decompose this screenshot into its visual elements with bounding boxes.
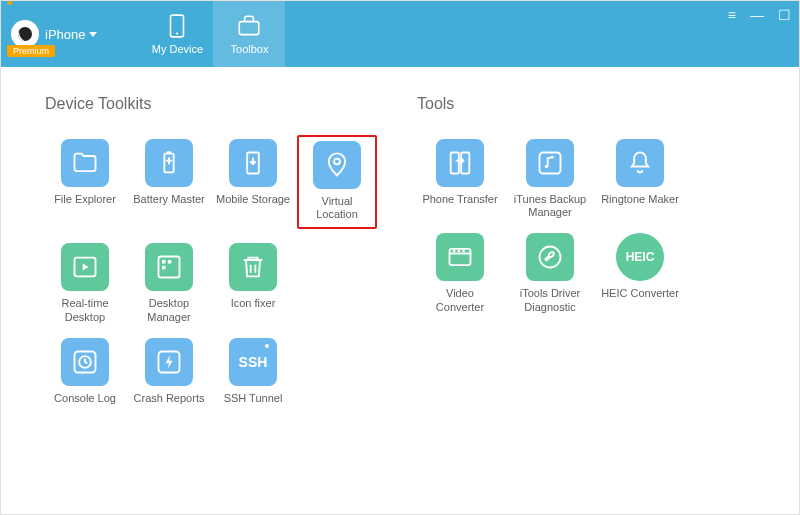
item-console-log[interactable]: Console Log — [45, 338, 125, 405]
toolbox-icon — [236, 13, 262, 39]
clock-icon — [71, 348, 99, 376]
crown-icon: ♛ — [5, 0, 15, 8]
device-toolkits-section: Device Toolkits File Explorer Battery Ma… — [45, 95, 397, 504]
item-crash-reports[interactable]: Crash Reports — [129, 338, 209, 405]
storage-icon — [239, 149, 267, 177]
item-itunes-backup[interactable]: iTunes Backup Manager — [507, 139, 593, 219]
main-content: Device Toolkits File Explorer Battery Ma… — [1, 67, 799, 514]
svg-point-22 — [545, 165, 549, 169]
svg-rect-19 — [451, 153, 459, 174]
item-video-converter[interactable]: Video Converter — [417, 233, 503, 313]
svg-point-8 — [334, 159, 340, 165]
minimize-button[interactable]: — — [750, 7, 764, 23]
svg-rect-12 — [168, 260, 172, 264]
menu-icon[interactable]: ≡ — [728, 7, 736, 23]
window-controls: ≡ — ☐ — [728, 7, 791, 23]
section-title: Tools — [417, 95, 769, 113]
grid-icon — [155, 253, 183, 281]
device-icon — [164, 13, 190, 39]
ssh-icon: SSH — [239, 354, 268, 370]
item-realtime-desktop[interactable]: Real-time Desktop — [45, 243, 125, 323]
item-battery-master[interactable]: Battery Master — [129, 139, 209, 229]
svg-rect-10 — [159, 257, 180, 278]
logo-icon — [11, 20, 39, 48]
premium-badge: Premium — [7, 45, 55, 57]
item-virtual-location[interactable]: Virtual Location — [297, 135, 377, 229]
video-icon — [446, 243, 474, 271]
item-ringtone-maker[interactable]: Ringtone Maker — [597, 139, 683, 219]
music-note-icon — [536, 149, 564, 177]
svg-rect-13 — [162, 266, 166, 270]
item-file-explorer[interactable]: File Explorer — [45, 139, 125, 229]
item-mobile-storage[interactable]: Mobile Storage — [213, 139, 293, 229]
bolt-icon — [155, 348, 183, 376]
transfer-icon — [446, 149, 474, 177]
svg-rect-26 — [453, 250, 455, 252]
svg-rect-4 — [167, 151, 172, 153]
svg-point-23 — [551, 156, 554, 159]
svg-point-1 — [176, 33, 178, 35]
bell-icon — [626, 149, 654, 177]
tab-label: My Device — [152, 43, 203, 55]
device-label: iPhone — [45, 27, 97, 42]
tools-grid: Phone Transfer iTunes Backup Manager Rin… — [417, 139, 769, 314]
tab-my-device[interactable]: My Device — [141, 1, 213, 67]
device-selector[interactable]: ♛ Premium iPhone — [1, 1, 111, 67]
item-ssh-tunnel[interactable]: SSH SSH Tunnel — [213, 338, 293, 405]
svg-rect-28 — [462, 250, 464, 252]
item-heic-converter[interactable]: HEIC HEIC Converter — [597, 233, 683, 313]
item-desktop-manager[interactable]: Desktop Manager — [129, 243, 209, 323]
tab-toolbox[interactable]: Toolbox — [213, 1, 285, 67]
item-phone-transfer[interactable]: Phone Transfer — [417, 139, 503, 219]
tools-section: Tools Phone Transfer iTunes Backup Manag… — [417, 95, 769, 504]
app-header: ♛ Premium iPhone My Device Toolbox ≡ — ☐ — [1, 1, 799, 67]
tab-label: Toolbox — [231, 43, 269, 55]
item-icon-fixer[interactable]: Icon fixer — [213, 243, 293, 323]
close-button[interactable]: ☐ — [778, 7, 791, 23]
battery-icon — [155, 149, 183, 177]
svg-rect-2 — [240, 22, 260, 35]
svg-rect-21 — [540, 153, 561, 174]
svg-rect-27 — [458, 250, 460, 252]
chevron-down-icon — [89, 32, 97, 37]
svg-rect-11 — [162, 260, 166, 264]
play-screen-icon — [71, 253, 99, 281]
device-toolkits-grid: File Explorer Battery Master Mobile Stor… — [45, 139, 397, 405]
folder-icon — [71, 149, 99, 177]
item-driver-diagnostic[interactable]: iTools Driver Diagnostic — [507, 233, 593, 313]
location-pin-icon — [323, 151, 351, 179]
heic-icon: HEIC — [626, 250, 655, 264]
section-title: Device Toolkits — [45, 95, 397, 113]
trash-icon — [239, 253, 267, 281]
header-tabs: My Device Toolbox — [141, 1, 285, 67]
wrench-icon — [536, 243, 564, 271]
